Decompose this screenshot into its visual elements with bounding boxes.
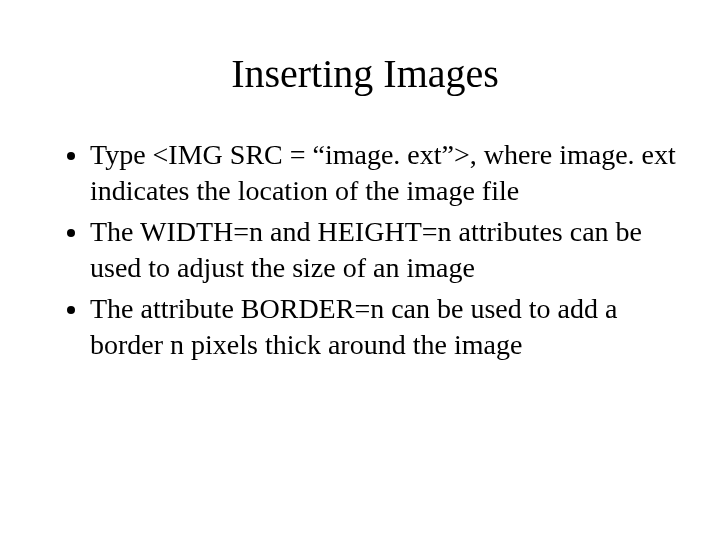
list-item: Type <IMG SRC = “image. ext”>, where ima…	[90, 137, 680, 210]
slide-title: Inserting Images	[50, 50, 680, 97]
slide: Inserting Images Type <IMG SRC = “image.…	[0, 0, 720, 540]
list-item: The WIDTH=n and HEIGHT=n attributes can …	[90, 214, 680, 287]
list-item: The attribute BORDER=n can be used to ad…	[90, 291, 680, 364]
bullet-list: Type <IMG SRC = “image. ext”>, where ima…	[50, 137, 680, 363]
